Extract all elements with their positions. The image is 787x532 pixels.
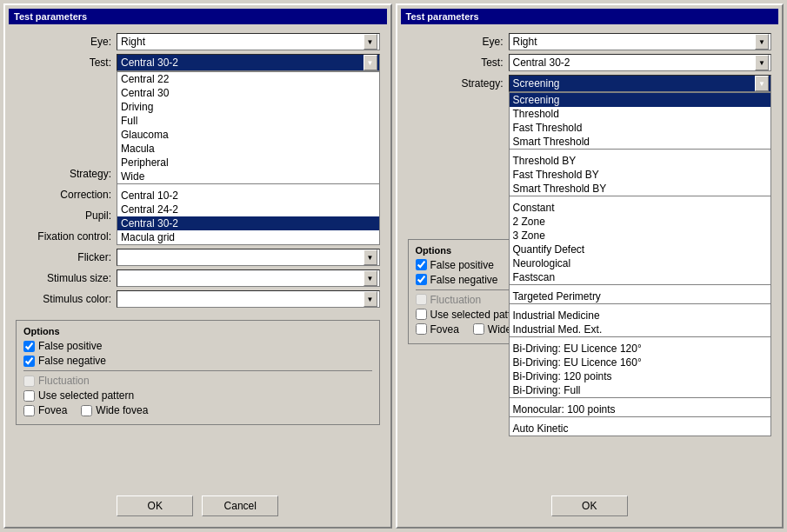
button-row-2: OK xyxy=(401,489,779,523)
wide-fovea-checkbox-1[interactable] xyxy=(81,405,92,416)
stimulus-color-arrow[interactable]: ▼ xyxy=(363,291,377,307)
fixation-label: Fixation control: xyxy=(16,230,111,243)
test-item-full[interactable]: Full xyxy=(117,114,379,128)
test-dropdown-list: Central 22 Central 30 Driving Full Glauc… xyxy=(117,71,380,245)
false-negative-checkbox-1[interactable] xyxy=(23,356,35,367)
eye-row-2: Eye: Right ▼ xyxy=(408,33,772,50)
fovea-check-row-1: Fovea xyxy=(23,404,67,416)
test-row: Test: Central 30-2 ▼ Central 22 Central … xyxy=(16,54,380,71)
strategy-item-thresholdby[interactable]: Threshold BY xyxy=(510,154,771,168)
test-select-2[interactable]: Central 30-2 ▼ xyxy=(509,54,772,71)
stimulus-size-dropdown[interactable]: ▼ xyxy=(117,269,380,287)
fluctuation-checkbox-2[interactable] xyxy=(416,294,427,305)
eye-label-2: Eye: xyxy=(408,36,504,48)
ok-button-1[interactable]: OK xyxy=(117,495,193,516)
fovea-label-1: Fovea xyxy=(38,404,67,416)
strategy-item-bidriving160[interactable]: Bi-Driving: EU Licence 160° xyxy=(510,356,771,369)
strategy-select-2[interactable]: Screening ▼ xyxy=(509,75,772,92)
fovea-label-2: Fovea xyxy=(430,323,459,336)
ok-button-2[interactable]: OK xyxy=(551,495,628,516)
fovea-checkbox-1[interactable] xyxy=(23,405,35,416)
eye-label: Eye: xyxy=(16,36,111,48)
test-list-scroll[interactable]: Central 22 Central 30 Driving Full Glauc… xyxy=(117,72,379,244)
eye-dropdown[interactable]: Right ▼ xyxy=(117,33,380,50)
test-item-wide[interactable]: Wide xyxy=(117,170,379,183)
strategy-item-bidrivingfull[interactable]: Bi-Driving: Full xyxy=(510,383,771,397)
use-selected-pattern-checkbox-2[interactable] xyxy=(416,309,427,320)
strategy-item-threshold[interactable]: Threshold xyxy=(510,107,771,121)
test-item-maculagrid[interactable]: Macula grid xyxy=(117,230,379,244)
test-item-macula[interactable]: Macula xyxy=(117,142,379,156)
strategy-item-fastscan[interactable]: Fastscan xyxy=(510,270,771,284)
false-positive-checkbox-1[interactable] xyxy=(23,341,35,352)
stimulus-color-dropdown[interactable]: ▼ xyxy=(117,290,380,308)
test-item-central102[interactable]: Central 10-2 xyxy=(117,189,379,203)
stimulus-size-select[interactable]: ▼ xyxy=(117,269,380,287)
fluctuation-label-2: Fluctuation xyxy=(430,294,482,306)
false-positive-label-1: False positive xyxy=(38,340,102,352)
strategy-item-targeted[interactable]: Targeted Perimetry xyxy=(510,289,771,303)
strategy-item-autokinetic[interactable]: Auto Kinetic xyxy=(510,422,771,436)
false-negative-checkbox-2[interactable] xyxy=(416,274,427,285)
strategy-item-screening[interactable]: Screening xyxy=(510,93,771,107)
dialog-1: Test parameters Eye: Right ▼ Test: Centr… xyxy=(3,3,392,529)
use-selected-pattern-checkbox-1[interactable] xyxy=(23,390,35,402)
test-select[interactable]: Central 30-2 ▼ xyxy=(117,54,380,71)
stimulus-size-arrow[interactable]: ▼ xyxy=(363,270,377,286)
strategy-item-neurological[interactable]: Neurological xyxy=(510,256,771,270)
flicker-dropdown[interactable]: ▼ xyxy=(117,249,380,266)
test-item-central242[interactable]: Central 24-2 xyxy=(117,203,379,216)
fovea-checkbox-2[interactable] xyxy=(416,323,427,335)
pupil-label: Pupil: xyxy=(16,209,111,222)
strategy-item-quantifydefect[interactable]: Quantify Defect xyxy=(510,243,771,256)
eye-arrow[interactable]: ▼ xyxy=(363,34,377,50)
strategy-item-industrial[interactable]: Industrial Medicine xyxy=(510,309,771,323)
flicker-row: Flicker: ▼ xyxy=(16,249,380,266)
fovea-row-1: Fovea Wide fovea xyxy=(23,404,372,419)
strategy-item-smartthreshold[interactable]: Smart Threshold xyxy=(510,135,771,149)
stimulus-size-row: Stimulus size: ▼ xyxy=(16,269,380,287)
test-control: Central 30-2 ▼ Central 22 Central 30 Dri… xyxy=(117,54,380,71)
test-item-peripheral[interactable]: Peripheral xyxy=(117,156,379,170)
test-item-central30[interactable]: Central 30 xyxy=(117,86,379,100)
test-dropdown-2[interactable]: Central 30-2 ▼ xyxy=(509,54,772,71)
wide-fovea-label-1: Wide fovea xyxy=(96,404,148,416)
strategy-item-monocular[interactable]: Monocular: 100 points xyxy=(510,402,771,416)
test-item-glaucoma[interactable]: Glaucoma xyxy=(117,128,379,142)
eye-select[interactable]: Right ▼ xyxy=(117,33,380,50)
strategy-item-2zone[interactable]: 2 Zone xyxy=(510,215,771,229)
eye-arrow-2[interactable]: ▼ xyxy=(755,34,769,50)
strategy-list-scroll[interactable]: Screening Threshold Fast Threshold Smart… xyxy=(510,93,771,436)
strategy-arrow-2[interactable]: ▼ xyxy=(755,76,769,91)
dialog-2-title: Test parameters xyxy=(401,9,779,24)
strategy-dropdown-2[interactable]: Screening ▼ Screening Threshold Fast Thr… xyxy=(509,75,772,92)
flicker-select[interactable]: ▼ xyxy=(117,249,380,266)
stimulus-color-label: Stimulus color: xyxy=(16,293,111,305)
strategy-item-bidriving120pts[interactable]: Bi-Driving: 120 points xyxy=(510,369,771,383)
stimulus-color-row: Stimulus color: ▼ xyxy=(16,290,380,308)
eye-select-2[interactable]: Right ▼ xyxy=(509,33,772,50)
strategy-item-fastthreshold[interactable]: Fast Threshold xyxy=(510,121,771,135)
test-arrow[interactable]: ▼ xyxy=(363,55,377,70)
strategy-item-bidriving120[interactable]: Bi-Driving: EU Licence 120° xyxy=(510,342,771,356)
strategy-item-constant[interactable]: Constant xyxy=(510,201,771,215)
flicker-arrow[interactable]: ▼ xyxy=(363,249,377,265)
test-arrow-2[interactable]: ▼ xyxy=(755,55,769,70)
false-positive-checkbox-2[interactable] xyxy=(416,259,427,270)
false-positive-row-1: False positive xyxy=(23,340,372,352)
strategy-item-smartthresholdby[interactable]: Smart Threshold BY xyxy=(510,182,771,196)
wide-fovea-checkbox-2[interactable] xyxy=(473,323,484,335)
fluctuation-checkbox-1[interactable] xyxy=(23,376,35,387)
test-item-central22[interactable]: Central 22 xyxy=(117,72,379,86)
strategy-item-fastthresholdby[interactable]: Fast Threshold BY xyxy=(510,168,771,182)
test-item-central302[interactable]: Central 30-2 xyxy=(117,216,379,230)
cancel-button-1[interactable]: Cancel xyxy=(202,495,278,516)
test-label-2: Test: xyxy=(408,57,504,69)
test-dropdown[interactable]: Central 30-2 ▼ Central 22 Central 30 Dri… xyxy=(117,54,380,71)
strategy-item-industrialext[interactable]: Industrial Med. Ext. xyxy=(510,323,771,336)
strategy-item-3zone[interactable]: 3 Zone xyxy=(510,229,771,243)
test-item-driving[interactable]: Driving xyxy=(117,100,379,114)
eye-dropdown-2[interactable]: Right ▼ xyxy=(509,33,772,50)
stimulus-color-select[interactable]: ▼ xyxy=(117,290,380,308)
stimulus-size-label: Stimulus size: xyxy=(16,272,111,284)
